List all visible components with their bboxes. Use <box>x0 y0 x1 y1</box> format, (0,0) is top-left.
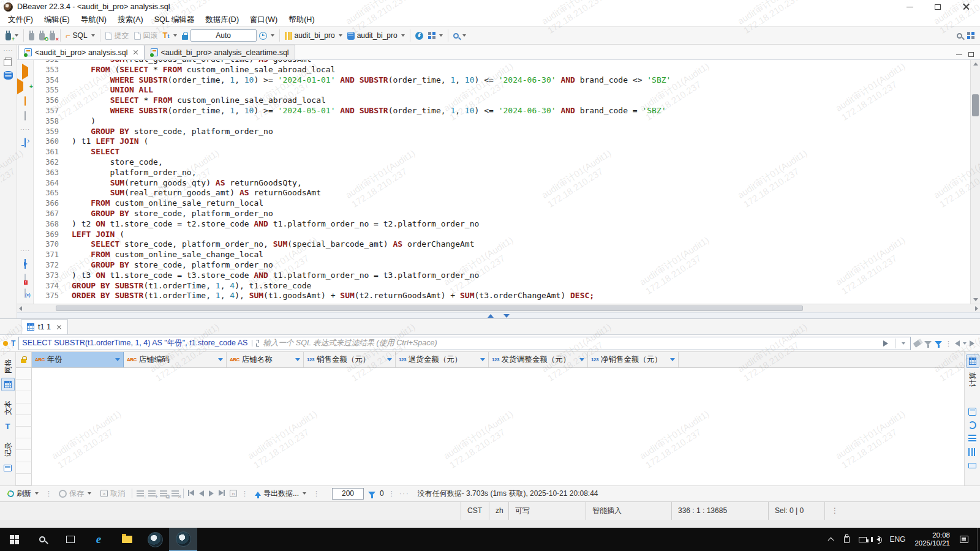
filter-input-box[interactable]: SELECT SUBSTR(t1.orderTime, 1, 4) AS "年份… <box>18 337 911 350</box>
transaction-history-button[interactable] <box>257 31 277 41</box>
editor-settings-button[interactable] <box>23 233 27 241</box>
apply-filter-icon[interactable] <box>883 340 888 347</box>
menu-item-5[interactable]: 数据库(D) <box>200 13 244 26</box>
open-sql-console-button[interactable] <box>24 138 26 147</box>
code-area[interactable]: SUM(real_goods_amt_order_time) AS goodsA… <box>64 60 671 301</box>
column-header-3[interactable]: 123销售金额（元） <box>304 352 396 367</box>
column-filter-chevron-icon[interactable] <box>115 358 120 361</box>
fetch-all-icon[interactable]: n <box>230 490 237 497</box>
prev-page-icon[interactable] <box>199 490 204 497</box>
grid-settings-button[interactable] <box>324 489 328 498</box>
rollback-button[interactable]: 回滚 <box>132 29 160 42</box>
start-button[interactable] <box>0 528 28 551</box>
editor-vertical-scrollbar[interactable] <box>970 60 980 304</box>
add-row-icon[interactable]: + <box>148 490 156 497</box>
fetch-size-input[interactable]: 200 <box>332 488 364 500</box>
row-header-cell[interactable] <box>16 380 32 391</box>
execute-new-tab-button[interactable]: + <box>17 82 33 91</box>
column-header-5[interactable]: 123发货调整金额（元） <box>489 352 588 367</box>
column-filter-chevron-icon[interactable] <box>387 358 392 361</box>
collapse-up-icon[interactable] <box>488 314 494 318</box>
clear-filter-icon[interactable] <box>913 339 922 347</box>
tray-usb-button[interactable] <box>839 528 854 551</box>
row-header-cell[interactable] <box>16 403 32 415</box>
close-results-tab-icon[interactable] <box>56 324 62 330</box>
scroll-right-icon[interactable] <box>975 306 978 311</box>
search-metadata-button[interactable] <box>451 32 469 40</box>
export-data-button[interactable]: 导出数据... <box>252 487 309 500</box>
disconnect-all-button[interactable]: × <box>47 30 58 42</box>
taskbar-clock[interactable]: 20:08 2025/10/21 <box>908 531 956 547</box>
column-filter-chevron-icon[interactable] <box>480 358 485 361</box>
next-page-icon[interactable] <box>209 490 214 497</box>
maximize-editor-icon[interactable] <box>968 52 974 57</box>
panel-layout-button[interactable] <box>966 459 979 472</box>
editor-horizontal-scrollbar[interactable] <box>17 304 980 312</box>
view-tab-grid[interactable]: 网格 <box>1 354 15 391</box>
menu-item-0[interactable]: 文件(F) <box>2 13 39 26</box>
editor-tab-analysis-cleartime[interactable]: <audit_bi_pro> analysis_cleartime.sql <box>145 45 295 59</box>
filters-menu-icon[interactable] <box>935 341 942 345</box>
column-header-0[interactable]: ABC年份 <box>32 352 124 367</box>
column-filter-chevron-icon[interactable] <box>295 358 300 361</box>
history-chevron-icon[interactable] <box>963 342 967 345</box>
grid-corner-cell[interactable] <box>16 352 32 367</box>
back-icon[interactable] <box>955 340 960 347</box>
collapse-down-icon[interactable] <box>503 314 510 318</box>
forward-icon[interactable] <box>970 340 974 347</box>
column-header-1[interactable]: ABC店铺编码 <box>124 352 227 367</box>
connect-button[interactable]: + <box>3 30 21 42</box>
disconnect-button[interactable] <box>26 30 37 42</box>
column-filter-chevron-icon[interactable] <box>218 358 223 361</box>
execute-script-button[interactable] <box>24 97 26 105</box>
row-header-cell[interactable] <box>16 368 32 380</box>
taskbar-ie-button[interactable]: e <box>85 528 113 551</box>
explain-plan-button[interactable] <box>24 111 26 120</box>
close-tab-icon[interactable] <box>133 50 138 55</box>
panel-rows-button[interactable] <box>966 432 979 445</box>
commit-button[interactable]: 提交 <box>103 29 132 42</box>
restore-view-icon[interactable] <box>5 58 12 63</box>
autocommit-lock-button[interactable] <box>179 31 190 41</box>
grid-empty-area[interactable] <box>32 368 964 485</box>
save-filter-icon[interactable] <box>924 341 932 345</box>
row-header-cell[interactable] <box>16 438 32 450</box>
menu-item-2[interactable]: 导航(N) <box>75 13 112 26</box>
menu-item-4[interactable]: SQL 编辑器 <box>149 13 200 26</box>
scroll-up-icon[interactable] <box>973 62 978 66</box>
tray-expand-button[interactable] <box>823 528 839 551</box>
menu-item-6[interactable]: 窗口(W) <box>244 13 283 26</box>
export-from-query-button[interactable] <box>24 260 26 268</box>
editor-results-sash[interactable] <box>17 312 980 318</box>
save-button[interactable]: 保存 <box>56 487 94 500</box>
database-navigator-icon[interactable] <box>4 71 13 80</box>
reconnect-button[interactable]: ⟲ <box>37 30 47 42</box>
variables-button[interactable]: (x) <box>24 289 26 298</box>
expand-filter-icon[interactable] <box>252 340 258 347</box>
task-view-button[interactable] <box>56 528 85 551</box>
first-page-button[interactable] <box>188 489 194 498</box>
quick-search-button[interactable] <box>954 32 965 40</box>
new-sql-editor-button[interactable]: ⌐SQL <box>63 30 97 41</box>
dashboard-button[interactable] <box>413 31 426 41</box>
sql-editor[interactable]: 3523533543553563573583593603613623633643… <box>34 60 970 304</box>
delete-row-icon[interactable]: × <box>172 490 179 497</box>
menu-item-1[interactable]: 编辑(E) <box>39 13 75 26</box>
row-header-cell[interactable] <box>16 415 32 427</box>
taskbar-search-button[interactable] <box>28 528 56 551</box>
menu-item-7[interactable]: 帮助(H) <box>283 13 320 26</box>
scrollbar-thumb[interactable] <box>972 94 979 116</box>
execute-statement-button[interactable] <box>22 67 28 76</box>
minimize-editor-icon[interactable] <box>956 54 962 55</box>
editor-tab-analysis[interactable]: <audit_bi_pro> analysis.sql <box>18 45 145 59</box>
maximize-button[interactable] <box>924 0 952 13</box>
panel-tab-calc[interactable]: 计算 <box>966 354 979 391</box>
show-desktop-button[interactable] <box>977 528 980 551</box>
row-header-cell[interactable] <box>16 427 32 438</box>
row-header-cell[interactable] <box>16 450 32 462</box>
close-button[interactable] <box>952 0 980 13</box>
language-indicator[interactable]: ENG <box>886 528 908 551</box>
panel-columns-button[interactable] <box>966 445 979 459</box>
validate-button[interactable]: ! <box>24 274 26 283</box>
statusbar-more-icon[interactable]: ⋮ <box>824 502 845 520</box>
